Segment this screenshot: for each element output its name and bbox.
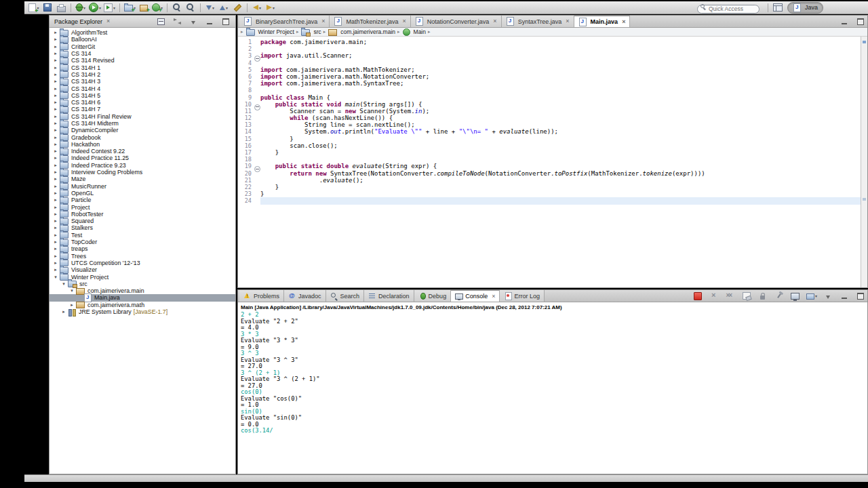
code-text[interactable] — [260, 87, 867, 94]
expand-arrow-icon[interactable]: ▸ — [52, 85, 59, 92]
editor-tab-notationconverter-java[interactable]: NotationConverter.java× — [411, 16, 502, 27]
view-tab-problems[interactable]: Problems — [239, 290, 284, 302]
code-text[interactable]: import java.util.Scanner; — [260, 52, 867, 59]
clear-console-icon[interactable] — [740, 291, 753, 302]
code-text[interactable]: Scanner scan = new Scanner(System.in); — [260, 108, 867, 115]
expand-arrow-icon[interactable]: ▸ — [52, 71, 59, 78]
print-icon[interactable] — [54, 2, 68, 13]
minimize-icon[interactable] — [203, 16, 216, 27]
view-menu-icon[interactable] — [186, 16, 200, 27]
maximize-icon[interactable] — [854, 291, 867, 302]
collapse-all-icon[interactable] — [154, 16, 167, 27]
code-text[interactable]: } — [260, 190, 867, 197]
run-icon[interactable]: ▾ — [87, 2, 102, 13]
previous-annotation-icon[interactable]: ▾ — [217, 2, 231, 13]
forward-icon[interactable]: ▾ — [264, 2, 277, 13]
close-icon[interactable]: × — [106, 18, 110, 24]
expand-arrow-icon[interactable]: ▸ — [52, 266, 59, 273]
code-text[interactable] — [260, 60, 867, 66]
tree-item[interactable]: Main.java — [50, 294, 235, 301]
expand-arrow-icon[interactable]: ▸ — [52, 224, 59, 231]
code-text[interactable]: import com.jaimerivera.math.SyntaxTree; — [260, 80, 867, 87]
expand-arrow-icon[interactable]: ▸ — [52, 169, 59, 176]
tree-item[interactable]: ▸TopCoder — [50, 239, 235, 245]
maximize-icon[interactable] — [854, 16, 867, 27]
tree-item[interactable]: ▸CS 314H Final Review — [50, 113, 235, 120]
debug-icon[interactable]: ▾ — [74, 2, 87, 13]
tree-item[interactable]: ▸Hackathon — [50, 141, 235, 148]
tree-item[interactable]: ▸treaps — [50, 245, 235, 252]
breadcrumb-item[interactable]: com.jaimerivera.main — [328, 28, 395, 36]
expand-arrow-icon[interactable]: ▸ — [52, 43, 59, 50]
view-tab-error-log[interactable]: Error Log — [500, 290, 545, 302]
tree-item[interactable]: ▸CS 314H 6 — [50, 99, 235, 106]
expand-arrow-icon[interactable]: ▸ — [52, 239, 59, 245]
tree-item[interactable]: ▸Stalkers — [50, 224, 235, 231]
new-java-project-icon[interactable]: ▾ — [123, 2, 137, 13]
link-with-editor-icon[interactable] — [170, 16, 184, 27]
tree-item[interactable]: ▸Squared — [50, 218, 235, 224]
expand-arrow-icon[interactable]: ▸ — [52, 127, 59, 134]
scroll-lock-icon[interactable] — [756, 291, 770, 302]
view-tab-debug[interactable]: Debug — [414, 290, 452, 302]
dropdown-caret-icon[interactable]: ▾ — [99, 5, 101, 10]
editor-tab-main-java[interactable]: Main.java× — [574, 16, 631, 27]
breadcrumb-item[interactable]: Winter Project — [245, 28, 294, 36]
expand-arrow-icon[interactable]: ▸ — [52, 50, 59, 57]
tree-item[interactable]: ▸CS 314H 3 — [50, 78, 235, 85]
code-text[interactable]: import com.jaimerivera.math.NotationConv… — [260, 73, 867, 80]
expand-arrow-icon[interactable]: ▸ — [52, 141, 59, 148]
expand-arrow-icon[interactable]: ▸ — [52, 78, 59, 85]
last-edit-location-icon[interactable] — [231, 2, 244, 13]
tree-item[interactable]: ▸Gradebook — [50, 134, 235, 140]
expand-arrow-icon[interactable]: ▸ — [52, 134, 59, 141]
expand-arrow-icon[interactable]: ▸ — [52, 245, 59, 252]
expand-arrow-icon[interactable]: ▸ — [52, 253, 59, 260]
editor-tab-binarysearchtree-java[interactable]: BinarySearchTree.java× — [239, 16, 330, 27]
console-view[interactable]: Main [Java Application] /Library/Java/Ja… — [238, 302, 867, 474]
dropdown-caret-icon[interactable]: ▾ — [259, 5, 261, 10]
expand-arrow-icon[interactable]: ▸ — [68, 302, 75, 308]
tree-item[interactable]: ▸CS 314H 4 — [50, 85, 235, 92]
dropdown-caret-icon[interactable]: ▾ — [226, 5, 228, 10]
expand-arrow-icon[interactable]: ▸ — [52, 176, 59, 182]
tree-item[interactable]: ▸DynamicCompiler — [50, 127, 235, 134]
tree-item[interactable]: ▸JRE System Library[JavaSE-1.7] — [50, 308, 235, 315]
expand-arrow-icon[interactable]: ▸ — [52, 106, 59, 113]
tree-item[interactable]: ▸Indeed Practice 11.25 — [50, 155, 235, 161]
expand-arrow-icon[interactable]: ▸ — [52, 260, 59, 266]
minimize-icon[interactable] — [837, 291, 851, 302]
tree-item[interactable]: ▸Particle — [50, 197, 235, 203]
expand-arrow-icon[interactable]: ▸ — [52, 57, 59, 64]
tree-item[interactable]: ▸CS 314H 1 — [50, 64, 235, 70]
expand-arrow-icon[interactable]: ▸ — [52, 113, 59, 120]
expand-arrow-icon[interactable]: ▾ — [52, 274, 59, 281]
expand-arrow-icon[interactable]: ▸ — [52, 197, 59, 203]
code-text[interactable]: } — [260, 149, 867, 156]
tree-item[interactable]: ▸Trees — [50, 253, 235, 260]
tree-item[interactable]: ▸Project — [50, 203, 235, 210]
editor-tab-mathtokenizer-java[interactable]: MathTokenizer.java× — [330, 16, 410, 27]
tree-item[interactable]: ▸CS 314H Midterm — [50, 120, 235, 127]
tree-item[interactable]: ▸Indeed Practice 9.23 — [50, 162, 235, 169]
display-selected-console-icon[interactable] — [789, 291, 802, 302]
tree-item[interactable]: ▸BalloonAI — [50, 36, 235, 43]
close-icon[interactable]: × — [493, 18, 496, 24]
code-text[interactable]: while (scan.hasNextLine()) { — [260, 115, 867, 121]
code-text[interactable]: return new SyntaxTree(NotationConverter.… — [260, 170, 867, 177]
tree-item[interactable]: ▾src — [50, 281, 235, 287]
expand-arrow-icon[interactable]: ▾ — [68, 287, 75, 294]
tree-item[interactable]: ▸CS 314 Revised — [50, 57, 235, 64]
open-type-icon[interactable] — [170, 2, 184, 13]
fold-collapse-icon[interactable] — [254, 104, 260, 110]
breadcrumb-toggle-icon[interactable]: ▸ — [241, 29, 243, 35]
tree-item[interactable]: ▸UTCS Competition '12-'13 — [50, 260, 235, 266]
new-wizard-icon[interactable]: ▾ — [27, 2, 41, 13]
tree-item[interactable]: ▸CS 314H 5 — [50, 92, 235, 99]
expand-arrow-icon[interactable]: ▸ — [52, 218, 59, 224]
expand-arrow-icon[interactable]: ▾ — [60, 281, 67, 287]
external-tools-icon[interactable]: ▾ — [102, 2, 117, 13]
tree-item[interactable]: ▸OpenGL — [50, 190, 235, 197]
tree-item[interactable]: ▸CS 314H 7 — [50, 106, 235, 113]
close-icon[interactable]: × — [622, 19, 625, 25]
